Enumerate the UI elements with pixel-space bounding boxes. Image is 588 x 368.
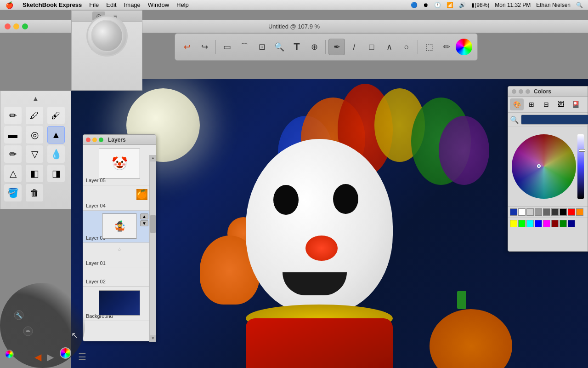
color-value-slider[interactable] xyxy=(579,131,584,195)
pen-tool[interactable]: ✒ xyxy=(328,39,345,55)
bottom-color-wheel[interactable] xyxy=(60,347,71,359)
brush-watercolor[interactable]: 💧 xyxy=(47,145,65,163)
color-search-input[interactable] xyxy=(521,115,588,125)
main-area: Untitled @ 107.9 % ⊙ ≡ Brush Properties … xyxy=(0,10,588,368)
lasso-tool[interactable]: ⌒ xyxy=(236,39,253,55)
menu-file[interactable]: File xyxy=(89,1,99,8)
search-icon[interactable]: 🔍 xyxy=(576,2,583,8)
colors-tab-gradients[interactable]: ⊟ xyxy=(539,98,553,110)
menu-window[interactable]: Window xyxy=(148,1,169,8)
redo-button[interactable]: ↪ xyxy=(196,39,213,55)
swatch-6[interactable] xyxy=(560,208,567,216)
nav-menu-icon[interactable]: ☰ xyxy=(78,351,86,362)
colors-tab-palette[interactable]: 🎴 xyxy=(569,98,582,110)
colors-max-dot[interactable] xyxy=(526,89,530,94)
layer-item-03[interactable]: 🤹 Layer 03 ▲ ▼ xyxy=(83,211,156,243)
layer-item-04[interactable]: 🍊 Layer 04 xyxy=(83,185,156,211)
brush-round-1[interactable]: ◎ xyxy=(26,126,43,144)
menu-edit[interactable]: Edit xyxy=(106,1,116,8)
brush-grid: ▲ ✏ 🖊 🖋 ▬ ◎ ▲ ✏ ▽ 💧 △ ◧ ◨ 🪣 🗑 xyxy=(0,91,71,205)
swatch-2[interactable] xyxy=(526,208,534,216)
window-minimize-button[interactable] xyxy=(13,23,19,29)
layers-scroll-down-btn[interactable]: ▼ xyxy=(150,335,156,342)
undo-button[interactable]: ↩ xyxy=(179,39,195,55)
window-maximize-button[interactable] xyxy=(22,23,28,29)
menu-image[interactable]: Image xyxy=(124,1,141,8)
colors-tab-swatches[interactable]: ⊞ xyxy=(525,98,538,110)
swatch-15[interactable] xyxy=(560,220,567,227)
swatch-9[interactable] xyxy=(510,220,517,227)
brush-pencil-2[interactable]: ✏ xyxy=(4,145,22,163)
brush-triangle[interactable]: △ xyxy=(4,165,22,182)
radial-tool-wrench[interactable]: 🔧 xyxy=(14,310,24,322)
brush-fill-2[interactable]: 🗑 xyxy=(26,184,43,201)
swatch-7[interactable] xyxy=(568,208,575,216)
clown-eye-left xyxy=(273,185,299,215)
brush-teardrop[interactable]: ▽ xyxy=(26,145,43,163)
swatch-11[interactable] xyxy=(526,220,534,227)
brush-fill-1[interactable]: 🪣 xyxy=(4,184,22,201)
colors-tab-wheel[interactable]: 🎨 xyxy=(510,98,524,110)
color-wheel-button[interactable] xyxy=(456,39,472,55)
curve-tool[interactable]: ∧ xyxy=(381,39,397,55)
line-tool[interactable]: / xyxy=(346,39,362,55)
radial-tool-pen[interactable]: ✏ xyxy=(23,326,33,338)
swatch-16[interactable] xyxy=(568,220,575,227)
swatch-3[interactable] xyxy=(535,208,542,216)
zoom-tool[interactable]: 🔍 xyxy=(271,39,288,55)
radial-color-indicator[interactable] xyxy=(5,350,14,359)
menu-help[interactable]: Help xyxy=(176,1,189,8)
ellipse-tool[interactable]: ○ xyxy=(398,39,415,55)
brush-tool-icon[interactable]: ✏ xyxy=(438,39,455,55)
nav-back-arrow[interactable]: ◀ xyxy=(34,351,41,362)
layer-item-bg[interactable]: Background xyxy=(83,287,156,321)
layers-minimize-button[interactable] xyxy=(92,138,97,142)
brush-pencil-1[interactable]: ✏ xyxy=(4,107,22,124)
brush-up-arrow[interactable]: ▲ xyxy=(32,95,40,103)
rect-tool[interactable]: □ xyxy=(363,39,380,55)
nav-forward-arrow[interactable]: ▶ xyxy=(47,351,54,362)
swatch-4[interactable] xyxy=(543,208,550,216)
app-name-menu[interactable]: SketchBook Express xyxy=(23,1,82,8)
layer-item-01[interactable]: ☆ Layer 01 xyxy=(83,243,156,268)
swatch-14[interactable] xyxy=(551,220,559,227)
brush-marker-1[interactable]: 🖋 xyxy=(47,107,65,124)
transform-tool[interactable]: ⊕ xyxy=(306,39,322,55)
text-tool[interactable]: T xyxy=(288,39,305,55)
apple-logo[interactable]: 🍎 xyxy=(6,1,13,9)
brush-ink-1[interactable]: ▲ xyxy=(47,126,65,144)
layers-scroll-thumb[interactable] xyxy=(150,215,156,233)
radial-menu-area: 🔧 ✏ ◀ ▶ ☰ ↖ xyxy=(0,283,85,368)
colors-tab-image[interactable]: 🖼 xyxy=(554,98,568,110)
brush-gradient-2[interactable]: ◨ xyxy=(47,165,65,182)
layers-scroll-up-btn[interactable]: ▲ xyxy=(150,155,156,161)
swatch-1[interactable] xyxy=(518,208,526,216)
swatch-13[interactable] xyxy=(543,220,550,227)
swatch-12[interactable] xyxy=(535,220,542,227)
layer-scroll-down[interactable]: ▼ xyxy=(140,220,148,226)
username: Ethan Nielsen xyxy=(536,2,571,8)
color-cursor[interactable] xyxy=(537,164,541,168)
swatch-8[interactable] xyxy=(576,208,583,216)
layers-close-button[interactable] xyxy=(86,138,90,142)
brush-flat-1[interactable]: ▬ xyxy=(4,126,22,144)
layer-item-05[interactable]: 🤡 Layer 05 xyxy=(83,145,156,185)
layers-maximize-button[interactable] xyxy=(99,138,103,142)
rect-select-tool[interactable]: ▭ xyxy=(219,39,235,55)
brush-pen-1[interactable]: 🖊 xyxy=(26,107,43,124)
brush-size-circle[interactable] xyxy=(86,15,128,57)
stamp-tool[interactable]: ⬚ xyxy=(421,39,437,55)
layers-scrollbar[interactable]: ▲ ▼ xyxy=(149,155,156,342)
layer-item-02[interactable]: Layer 02 xyxy=(83,268,156,287)
swatch-5[interactable] xyxy=(551,208,559,216)
crop-tool[interactable]: ⊡ xyxy=(254,39,270,55)
window-close-button[interactable] xyxy=(5,23,11,29)
color-wheel[interactable] xyxy=(512,134,576,199)
swatch-0[interactable] xyxy=(510,208,517,216)
window-controls xyxy=(5,23,28,29)
layer-scroll-up[interactable]: ▲ xyxy=(140,213,148,219)
colors-min-dot[interactable] xyxy=(519,89,523,94)
brush-gradient[interactable]: ◧ xyxy=(26,165,43,182)
colors-close-dot[interactable] xyxy=(512,89,516,94)
swatch-10[interactable] xyxy=(518,220,526,227)
